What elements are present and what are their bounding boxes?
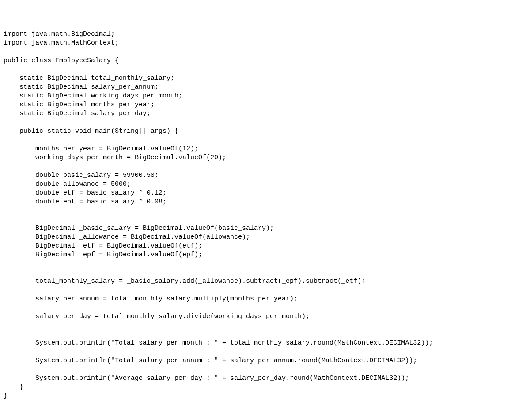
code-line: BigDecimal _epf = BigDecimal.valueOf(epf… bbox=[4, 251, 202, 259]
code-line: } bbox=[4, 392, 8, 400]
code-line: double allowance = 5000; bbox=[4, 180, 131, 188]
code-line: months_per_year = BigDecimal.valueOf(12)… bbox=[4, 145, 198, 153]
code-line: System.out.println("Total salary per ann… bbox=[4, 357, 417, 364]
code-line: double etf = basic_salary * 0.12; bbox=[4, 189, 167, 197]
code-editor[interactable]: import java.math.BigDecimal; import java… bbox=[4, 30, 526, 401]
code-line: import java.math.MathContext; bbox=[4, 39, 119, 47]
code-line: System.out.println("Average salary per d… bbox=[4, 375, 409, 382]
code-line: static BigDecimal working_days_per_month… bbox=[4, 92, 182, 100]
code-line: public static void main(String[] args) { bbox=[4, 128, 178, 135]
code-line: static BigDecimal total_monthly_salary; bbox=[4, 75, 174, 82]
code-line: salary_per_day = total_monthly_salary.di… bbox=[4, 313, 310, 320]
code-line: import java.math.BigDecimal; bbox=[4, 30, 115, 38]
code-line: } bbox=[4, 383, 23, 391]
code-line: BigDecimal _etf = BigDecimal.valueOf(etf… bbox=[4, 242, 202, 250]
code-line: salary_per_annum = total_monthly_salary.… bbox=[4, 295, 298, 303]
code-line: static BigDecimal salary_per_annum; bbox=[4, 83, 159, 91]
code-line: double basic_salary = 59900.50; bbox=[4, 172, 159, 179]
code-line: total_monthly_salary = _basic_salary.add… bbox=[4, 278, 365, 285]
code-line: working_days_per_month = BigDecimal.valu… bbox=[4, 154, 226, 161]
code-line: BigDecimal _allowance = BigDecimal.value… bbox=[4, 233, 250, 241]
code-line: BigDecimal _basic_salary = BigDecimal.va… bbox=[4, 225, 274, 232]
code-line: static BigDecimal salary_per_day; bbox=[4, 110, 151, 117]
code-line: double epf = basic_salary * 0.08; bbox=[4, 198, 167, 206]
text-cursor bbox=[23, 384, 23, 391]
code-line: static BigDecimal months_per_year; bbox=[4, 101, 155, 109]
code-line: public class EmployeeSalary { bbox=[4, 57, 119, 64]
code-line: System.out.println("Total salary per mon… bbox=[4, 339, 433, 347]
